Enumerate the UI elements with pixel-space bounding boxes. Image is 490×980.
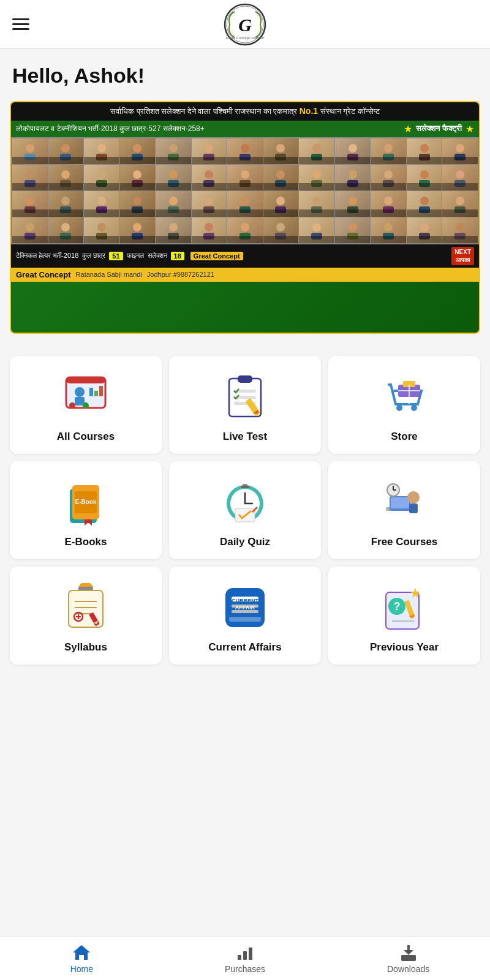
photo-thumb — [263, 191, 299, 217]
svg-rect-19 — [275, 154, 286, 160]
svg-text:E-Book: E-Book — [75, 499, 97, 505]
svg-point-42 — [241, 170, 249, 179]
svg-rect-73 — [311, 206, 322, 213]
svg-rect-93 — [203, 233, 214, 239]
svg-text:?: ? — [394, 600, 401, 612]
svg-rect-57 — [24, 206, 36, 213]
photo-thumb — [192, 191, 227, 217]
svg-rect-177 — [401, 955, 416, 961]
svg-point-50 — [384, 170, 393, 179]
svg-point-40 — [205, 170, 213, 179]
svg-rect-49 — [347, 180, 358, 187]
photo-thumb — [371, 217, 406, 243]
svg-rect-99 — [311, 233, 322, 239]
svg-point-48 — [349, 170, 357, 179]
svg-rect-45 — [275, 180, 286, 187]
svg-rect-146 — [409, 503, 418, 513]
photo-thumb — [299, 191, 334, 217]
svg-rect-35 — [96, 180, 107, 187]
banner-sel-count: 18 — [171, 252, 184, 260]
svg-point-98 — [312, 223, 321, 232]
menu-card-daily-quiz[interactable]: Daily Quiz — [169, 461, 321, 559]
photo-thumb — [12, 165, 48, 190]
photo-thumb — [407, 138, 442, 164]
menu-card-current-affairs[interactable]: CURRENT AFFAIR Current Affairs — [169, 567, 321, 665]
svg-rect-21 — [311, 154, 322, 160]
photo-thumb — [263, 165, 299, 190]
menu-label-free-courses: Free Courses — [371, 536, 438, 548]
svg-point-30 — [26, 170, 34, 179]
svg-rect-87 — [96, 233, 107, 239]
svg-point-72 — [312, 197, 321, 205]
photo-thumb — [120, 191, 156, 217]
svg-rect-97 — [275, 233, 286, 239]
quiz-icon — [217, 475, 273, 530]
svg-rect-13 — [168, 154, 179, 160]
photo-thumb — [48, 217, 84, 243]
svg-rect-69 — [239, 206, 251, 213]
svg-rect-43 — [239, 180, 251, 187]
syllabus-icon — [58, 580, 113, 635]
menu-card-free-courses[interactable]: Free Courses — [328, 461, 480, 559]
menu-card-store[interactable]: Store — [328, 356, 480, 454]
svg-rect-27 — [419, 154, 430, 160]
menu-label-all-courses: All Courses — [57, 431, 115, 443]
svg-rect-51 — [383, 180, 394, 187]
svg-rect-7 — [60, 154, 71, 160]
svg-rect-75 — [347, 206, 358, 213]
svg-point-60 — [97, 197, 106, 205]
menu-label-previous-year: Previous Year — [370, 641, 439, 654]
svg-point-110 — [75, 387, 85, 397]
nav-item-purchases[interactable]: Purchases — [221, 943, 270, 974]
photo-thumb — [84, 191, 119, 217]
home-icon — [72, 943, 91, 962]
menu-card-live-test[interactable]: Live Test — [169, 356, 321, 454]
photo-thumb — [335, 217, 371, 243]
svg-point-80 — [456, 197, 464, 205]
photo-thumb — [12, 138, 48, 164]
banner-bottom-label: टेक्निकल हेल्पर भर्ती-2018 — [16, 252, 78, 260]
photo-thumb — [120, 217, 156, 243]
free-courses-icon — [377, 475, 432, 530]
svg-point-62 — [133, 197, 141, 205]
svg-point-58 — [61, 197, 70, 205]
photo-thumb — [335, 165, 371, 190]
menu-card-syllabus[interactable]: Syllabus — [10, 567, 162, 665]
svg-point-38 — [169, 170, 178, 179]
photo-thumb — [227, 138, 263, 164]
menu-label-ebooks: E-Books — [65, 536, 107, 548]
svg-point-92 — [205, 223, 213, 232]
svg-point-126 — [396, 405, 402, 411]
svg-rect-37 — [132, 180, 143, 187]
photo-thumb — [371, 191, 406, 217]
svg-rect-89 — [132, 233, 143, 239]
nav-label-home: Home — [70, 964, 93, 974]
menu-card-all-courses[interactable]: All Courses — [10, 356, 162, 454]
banner-final-label: फाइनल — [127, 252, 144, 260]
svg-rect-91 — [168, 233, 179, 239]
svg-point-44 — [276, 170, 285, 179]
menu-card-previous-year[interactable]: ? Previous Year — [328, 567, 480, 665]
nav-item-downloads[interactable]: Downloads — [384, 943, 433, 974]
photo-thumb — [84, 165, 119, 190]
svg-text:Great Concept Jodhpur: Great Concept Jodhpur — [226, 36, 264, 39]
nav-item-home[interactable]: Home — [57, 943, 106, 974]
courses-icon — [58, 369, 113, 424]
svg-point-100 — [349, 223, 357, 232]
photo-thumb — [442, 217, 478, 243]
photo-thumb — [84, 138, 119, 164]
live-test-icon — [217, 369, 273, 424]
svg-rect-39 — [168, 180, 179, 187]
photo-thumb — [12, 217, 48, 243]
hamburger-menu[interactable] — [12, 18, 29, 30]
svg-text:AFFAIR: AFFAIR — [235, 605, 255, 611]
svg-rect-65 — [168, 206, 179, 213]
photo-thumb — [227, 191, 263, 217]
app-header: G Great Concept Jodhpur — [0, 0, 490, 49]
svg-point-90 — [169, 223, 178, 232]
svg-rect-105 — [419, 233, 430, 239]
menu-card-ebooks[interactable]: E-Book E-Books — [10, 461, 162, 559]
svg-rect-107 — [454, 233, 466, 239]
svg-rect-47 — [311, 180, 322, 187]
svg-point-88 — [133, 223, 141, 232]
